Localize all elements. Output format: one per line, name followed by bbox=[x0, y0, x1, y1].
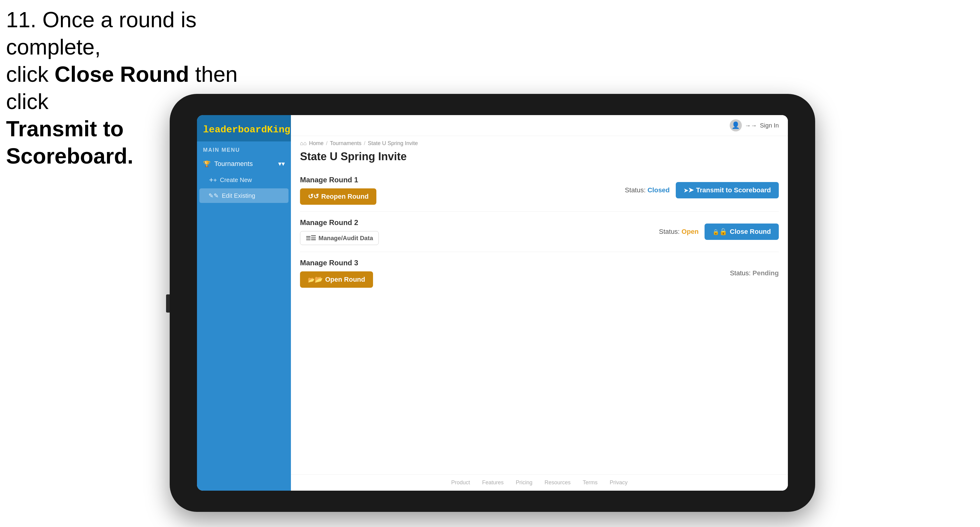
reopen-round-label: Reopen Round bbox=[321, 193, 369, 200]
sidebar-tournaments-left: 🏆 Tournaments bbox=[203, 160, 253, 168]
round-1-left: Manage Round 1 ↺ Reopen Round bbox=[300, 176, 376, 205]
instruction-line1: 11. Once a round is complete, bbox=[6, 8, 196, 59]
breadcrumb: ⌂ Home / Tournaments / State U Spring In… bbox=[291, 136, 788, 148]
manage-audit-label: Manage/Audit Data bbox=[318, 235, 373, 242]
sidebar-item-tournaments[interactable]: 🏆 Tournaments ▾ bbox=[197, 156, 291, 172]
logo-king: King bbox=[267, 124, 290, 135]
transmit-scoreboard-button[interactable]: ➤ Transmit to Scoreboard bbox=[676, 182, 779, 198]
open-round-button[interactable]: 📂 Open Round bbox=[300, 271, 373, 288]
audit-icon: ☰ bbox=[306, 235, 316, 242]
round-2-block: Manage Round 2 ☰ Manage/Audit Data Statu… bbox=[300, 212, 779, 252]
footer: Product Features Pricing Resources Terms… bbox=[291, 474, 788, 490]
open-round-icon: 📂 bbox=[308, 276, 323, 284]
sidebar-create-new[interactable]: + Create New bbox=[197, 172, 291, 188]
round-3-label: Manage Round 3 bbox=[300, 259, 373, 267]
close-round-label: Close Round bbox=[730, 228, 771, 236]
edit-icon: ✎ bbox=[208, 192, 219, 199]
sidebar-create-new-label: Create New bbox=[220, 176, 252, 184]
logo: leaderboardKing bbox=[203, 124, 285, 135]
manage-audit-button[interactable]: ☰ Manage/Audit Data bbox=[300, 231, 379, 245]
footer-pricing[interactable]: Pricing bbox=[516, 479, 533, 486]
plus-icon: + bbox=[209, 176, 217, 184]
app-layout: leaderboardKing MAIN MENU 🏆 Tournaments … bbox=[197, 115, 788, 490]
footer-privacy[interactable]: Privacy bbox=[610, 479, 628, 486]
sidebar-edit-existing[interactable]: ✎ Edit Existing bbox=[199, 188, 288, 203]
round-2-actions: Status: Open 🔒 Close Round bbox=[659, 224, 779, 240]
chevron-icon: ▾ bbox=[278, 160, 285, 168]
tablet-screen: leaderboardKing MAIN MENU 🏆 Tournaments … bbox=[197, 115, 788, 490]
sidebar: leaderboardKing MAIN MENU 🏆 Tournaments … bbox=[197, 115, 291, 490]
signin-arrow-icon: → bbox=[745, 122, 757, 129]
tablet-shell: leaderboardKing MAIN MENU 🏆 Tournaments … bbox=[170, 94, 815, 512]
sign-in-label: Sign In bbox=[760, 122, 779, 129]
sidebar-tournaments-label: Tournaments bbox=[214, 160, 253, 168]
sidebar-edit-existing-label: Edit Existing bbox=[222, 192, 255, 199]
footer-terms[interactable]: Terms bbox=[583, 479, 598, 486]
avatar-icon: 👤 bbox=[730, 119, 742, 132]
round-2-status: Status: Open bbox=[659, 228, 699, 236]
breadcrumb-sep1: / bbox=[326, 140, 328, 147]
tablet-side-button bbox=[166, 294, 170, 313]
top-bar: 👤 → Sign In bbox=[291, 115, 788, 136]
footer-product[interactable]: Product bbox=[451, 479, 470, 486]
round-3-block: Manage Round 3 📂 Open Round Status: Pend… bbox=[300, 252, 779, 294]
page-title: State U Spring Invite bbox=[291, 148, 788, 169]
round-1-status: Status: Closed bbox=[625, 186, 670, 194]
footer-resources[interactable]: Resources bbox=[544, 479, 571, 486]
refresh-icon: ↺ bbox=[308, 193, 319, 200]
trophy-icon: 🏆 bbox=[203, 160, 211, 167]
transmit-scoreboard-label: Transmit to Scoreboard bbox=[696, 186, 771, 194]
round-3-actions: Status: Pending bbox=[730, 269, 779, 277]
round-1-label: Manage Round 1 bbox=[300, 176, 376, 184]
instruction-line2: click bbox=[6, 62, 54, 86]
round-3-status-value: Pending bbox=[752, 269, 779, 277]
home-icon: ⌂ bbox=[300, 140, 307, 147]
close-round-button[interactable]: 🔒 Close Round bbox=[705, 224, 779, 240]
main-menu-label: MAIN MENU bbox=[197, 141, 291, 156]
breadcrumb-tournaments[interactable]: Tournaments bbox=[330, 140, 361, 147]
content-area: Manage Round 1 ↺ Reopen Round Status: Cl… bbox=[291, 169, 788, 474]
transmit-icon: ➤ bbox=[684, 186, 694, 194]
breadcrumb-sep2: / bbox=[364, 140, 366, 147]
breadcrumb-current: State U Spring Invite bbox=[368, 140, 418, 147]
round-3-status: Status: Pending bbox=[730, 269, 779, 277]
sign-in-area[interactable]: 👤 → Sign In bbox=[730, 119, 779, 132]
sidebar-logo: leaderboardKing bbox=[197, 115, 291, 141]
round-1-block: Manage Round 1 ↺ Reopen Round Status: Cl… bbox=[300, 169, 779, 212]
round-2-label: Manage Round 2 bbox=[300, 218, 379, 227]
main-content: 👤 → Sign In ⌂ Home / Tournaments / State… bbox=[291, 115, 788, 490]
round-1-status-value: Closed bbox=[648, 186, 670, 194]
reopen-round-button[interactable]: ↺ Reopen Round bbox=[300, 188, 376, 205]
logo-leaderboard: leaderboard bbox=[203, 124, 267, 135]
footer-features[interactable]: Features bbox=[482, 479, 504, 486]
close-round-icon: 🔒 bbox=[713, 228, 727, 236]
open-round-label: Open Round bbox=[325, 276, 365, 284]
breadcrumb-home[interactable]: Home bbox=[309, 140, 324, 147]
instruction-bold1: Close Round bbox=[54, 62, 189, 86]
round-1-actions: Status: Closed ➤ Transmit to Scoreboard bbox=[625, 182, 779, 198]
round-2-left: Manage Round 2 ☰ Manage/Audit Data bbox=[300, 218, 379, 245]
round-2-status-value: Open bbox=[681, 228, 698, 235]
instruction-bold2: Transmit to Scoreboard. bbox=[6, 117, 133, 168]
round-3-left: Manage Round 3 📂 Open Round bbox=[300, 259, 373, 288]
